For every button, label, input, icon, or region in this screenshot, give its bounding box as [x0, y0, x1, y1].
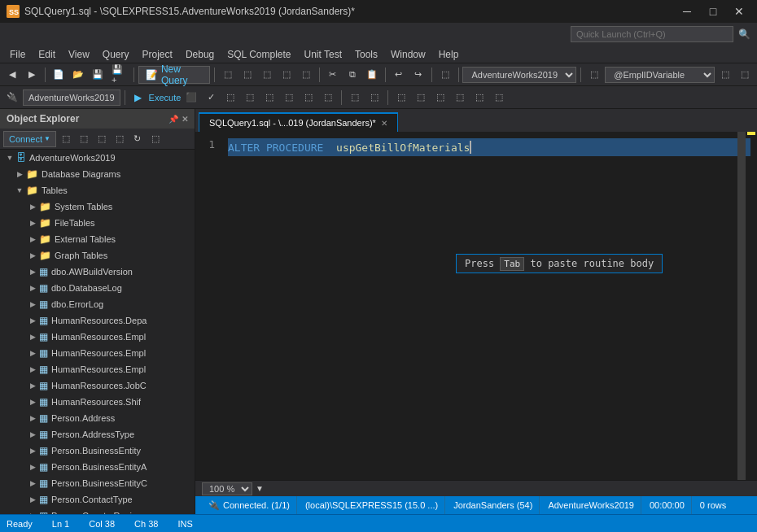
tree-item-hr-empl1[interactable]: ▶ ▦ HumanResources.Empl	[0, 329, 195, 345]
parse-button[interactable]: ✓	[202, 89, 220, 107]
code-content[interactable]: ALTER PROCEDURE uspGetBillOfMaterials	[228, 138, 750, 156]
tree-item-person-bea[interactable]: ▶ ▦ Person.BusinessEntityA	[0, 459, 195, 475]
expand-icon[interactable]: ▶	[26, 495, 39, 504]
tree-item-person-address[interactable]: ▶ ▦ Person.Address	[0, 410, 195, 426]
expand-icon[interactable]: ▶	[26, 479, 39, 487]
tree-item-adventureworks[interactable]: ▼ 🗄 AdventureWorks2019	[0, 150, 195, 166]
tree-item-hr-jobc[interactable]: ▶ ▦ HumanResources.JobC	[0, 377, 195, 394]
variable-selector[interactable]: @EmplIDVariable	[605, 67, 715, 83]
tb2-btn-3[interactable]: ⬚	[260, 89, 278, 107]
cut-button[interactable]: ✂	[324, 66, 342, 84]
expand-icon[interactable]: ▶	[26, 284, 39, 292]
open-file-button[interactable]: 📂	[69, 66, 87, 84]
tb2-extra-3[interactable]: ⬚	[431, 89, 449, 107]
tb2-extra-2[interactable]: ⬚	[412, 89, 430, 107]
menu-tools[interactable]: Tools	[348, 46, 384, 63]
tree-item-diagrams[interactable]: ▶ 📁 Database Diagrams	[0, 166, 195, 182]
tb-btn-5[interactable]: ⬚	[297, 66, 315, 84]
tree-item-errorlog[interactable]: ▶ ▦ dbo.ErrorLog	[0, 296, 195, 312]
zoom-arrow[interactable]: ▼	[256, 484, 264, 493]
tb2-results-btn[interactable]: ⬚	[346, 89, 364, 107]
zoom-selector[interactable]: 100 %	[202, 482, 252, 495]
tree-item-hr-empl3[interactable]: ▶ ▦ HumanResources.Empl	[0, 361, 195, 377]
tree-item-person-bec[interactable]: ▶ ▦ Person.BusinessEntityC	[0, 475, 195, 491]
tree-item-hr-shift[interactable]: ▶ ▦ HumanResources.Shif	[0, 394, 195, 410]
menu-edit[interactable]: Edit	[32, 46, 62, 63]
menu-help[interactable]: Help	[432, 46, 466, 63]
menu-unit-test[interactable]: Unit Test	[298, 46, 348, 63]
oe-connect-dropdown[interactable]: ▼	[44, 135, 50, 142]
expand-icon[interactable]: ▶	[26, 512, 39, 514]
tree-item-person-countryregion[interactable]: ▶ ▦ Person.CountryRegion	[0, 508, 195, 514]
tb2-extra-6[interactable]: ⬚	[490, 89, 508, 107]
tb2-extra-4[interactable]: ⬚	[451, 89, 469, 107]
menu-view[interactable]: View	[62, 46, 96, 63]
expand-icon[interactable]: ▶	[26, 398, 39, 406]
oe-connect-button[interactable]: Connect ▼	[3, 131, 56, 147]
editor-tab-close-icon[interactable]: ✕	[381, 119, 387, 128]
editor-scrollbar[interactable]	[737, 132, 746, 480]
expand-icon[interactable]: ▶	[26, 235, 39, 243]
redo-button[interactable]: ↪	[409, 66, 427, 84]
back-button[interactable]: ◀	[3, 66, 21, 84]
undo-button[interactable]: ↩	[390, 66, 408, 84]
tb2-btn-6[interactable]: ⬚	[319, 89, 337, 107]
editor-tab-active[interactable]: SQLQuery1.sql - \...019 (JordanSanders)*…	[199, 112, 398, 132]
tb2-extra-5[interactable]: ⬚	[470, 89, 488, 107]
oe-collapse-btn[interactable]: ⬚	[112, 131, 128, 147]
tree-item-graph-tables[interactable]: ▶ 📁 Graph Tables	[0, 247, 195, 264]
expand-icon[interactable]: ▶	[26, 333, 39, 341]
expand-icon[interactable]: ▶	[26, 300, 39, 308]
expand-icon[interactable]: ▶	[26, 414, 39, 422]
tb-btn-1[interactable]: ⬚	[219, 66, 237, 84]
expand-icon[interactable]: ▶	[26, 430, 39, 438]
expand-icon[interactable]: ▶	[13, 170, 26, 178]
tree-item-system-tables[interactable]: ▶ 📁 System Tables	[0, 198, 195, 215]
menu-project[interactable]: Project	[136, 46, 179, 63]
oe-settings-btn[interactable]: ⬚	[147, 131, 164, 147]
close-button[interactable]: ✕	[728, 3, 750, 20]
tree-item-hr-empl2[interactable]: ▶ ▦ HumanResources.Empl	[0, 345, 195, 361]
oe-disconnect-btn[interactable]: ⬚	[58, 131, 74, 147]
tree-item-hr-dept[interactable]: ▶ ▦ HumanResources.Depa	[0, 312, 195, 329]
tree-item-person-contacttype[interactable]: ▶ ▦ Person.ContactType	[0, 491, 195, 508]
tb-icon-1[interactable]: ⬚	[585, 66, 603, 84]
expand-icon[interactable]: ▶	[26, 349, 39, 357]
tb-icon-3[interactable]: ⬚	[736, 66, 754, 84]
tree-item-external-tables[interactable]: ▶ 📁 External Tables	[0, 231, 195, 247]
oe-refresh2-btn[interactable]: ↻	[129, 131, 146, 147]
expand-icon[interactable]: ▶	[26, 268, 39, 276]
oe-filter-btn[interactable]: ⬚	[94, 131, 110, 147]
database-selector[interactable]: AdventureWorks2019	[462, 67, 576, 83]
oe-refresh-btn[interactable]: ⬚	[76, 131, 92, 147]
db-display[interactable]: AdventureWorks2019	[23, 89, 120, 106]
menu-window[interactable]: Window	[384, 46, 432, 63]
tb2-extra-1[interactable]: ⬚	[392, 89, 410, 107]
expand-icon[interactable]: ▶	[26, 219, 39, 227]
tree-item-databaselog[interactable]: ▶ ▦ dbo.DatabaseLog	[0, 280, 195, 296]
execute-label[interactable]: Execute	[149, 93, 182, 102]
expand-icon[interactable]: ▶	[26, 203, 39, 211]
tb2-results-btn2[interactable]: ⬚	[365, 89, 383, 107]
menu-file[interactable]: File	[3, 46, 32, 63]
expand-icon[interactable]: ▶	[26, 365, 39, 373]
new-query-button[interactable]: 📝 New Query	[138, 66, 210, 84]
pin-icon[interactable]: 📌	[168, 115, 178, 124]
expand-icon[interactable]: ▶	[26, 382, 39, 390]
tree-item-filetables[interactable]: ▶ 📁 FileTables	[0, 215, 195, 231]
tb-btn-3[interactable]: ⬚	[258, 66, 276, 84]
tree-item-person-be[interactable]: ▶ ▦ Person.BusinessEntity	[0, 443, 195, 459]
copy-button[interactable]: ⧉	[343, 66, 361, 84]
expand-icon[interactable]: ▶	[26, 251, 39, 259]
menu-sql-complete[interactable]: SQL Complete	[221, 46, 297, 63]
menu-query[interactable]: Query	[96, 46, 136, 63]
new-file-button[interactable]: 📄	[50, 66, 68, 84]
menu-debug[interactable]: Debug	[179, 46, 221, 63]
tree-item-person-addresstype[interactable]: ▶ ▦ Person.AddressType	[0, 426, 195, 443]
tree-item-tables[interactable]: ▼ 📁 Tables	[0, 182, 195, 198]
tb2-btn-2[interactable]: ⬚	[241, 89, 259, 107]
tree-item-awbuildversion[interactable]: ▶ ▦ dbo.AWBuildVersion	[0, 264, 195, 280]
save-all-button[interactable]: 💾+	[108, 66, 129, 84]
tb2-btn-5[interactable]: ⬚	[300, 89, 317, 107]
oe-close-icon[interactable]: ✕	[182, 115, 188, 124]
